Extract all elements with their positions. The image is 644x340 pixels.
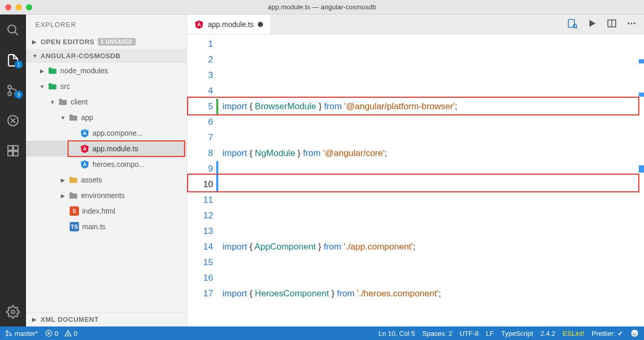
activity-search[interactable] [0,20,26,41]
activity-extensions[interactable] [0,140,26,161]
split-editor-icon[interactable] [607,18,617,31]
tree-main-ts[interactable]: TS main.ts [26,219,187,234]
status-feedback[interactable] [630,329,639,337]
status-prettier[interactable]: Prettier: ✓ [592,330,623,337]
status-spaces[interactable]: Spaces: 2 [422,330,452,337]
project-label: ANGULAR-COSMOSDB [41,52,121,60]
tree-heroes-component[interactable]: heroes.compo... [26,156,187,172]
folder-icon [48,82,57,91]
overview-ruler[interactable] [637,34,644,326]
activity-debug[interactable] [0,110,26,131]
svg-point-19 [6,331,8,333]
tree-label: environments [81,191,125,200]
svg-point-10 [11,310,15,314]
status-problems[interactable]: 0 0 [45,330,77,337]
folder-icon [69,191,78,200]
tree-app-module[interactable]: app.module.ts [26,141,187,156]
tree-node-modules[interactable]: ▶ node_modules [26,63,187,79]
more-actions-icon[interactable] [626,18,637,31]
status-branch[interactable]: master* [5,330,38,337]
tree-src[interactable]: ▼ src [26,79,187,94]
check-icon: ✓ [617,330,623,337]
chevron-down-icon: ▼ [32,53,37,59]
tree-label: heroes.compo... [93,160,144,168]
tree-label: node_modules [60,67,108,75]
status-language[interactable]: TypeScript [501,330,533,337]
tree-assets[interactable]: ▶ assets [26,172,187,188]
tree-client[interactable]: ▼ client [26,94,187,110]
tab-bar: app.module.ts [187,15,644,34]
tree-label: client [71,98,88,106]
errors-count: 0 [55,330,58,337]
folder-icon [69,175,78,185]
find-in-file-icon[interactable] [567,18,577,31]
status-eol[interactable]: LF [486,330,494,337]
angular-icon [80,128,89,138]
html-icon: 5 [70,206,79,216]
chevron-down-icon: ▼ [60,115,65,121]
svg-point-17 [630,22,632,24]
status-lncol[interactable]: Ln 10, Col 5 [378,330,415,337]
project-section[interactable]: ▼ ANGULAR-COSMOSDB [26,49,187,63]
angular-icon [194,20,204,29]
svg-point-20 [10,334,12,336]
status-ts-version[interactable]: 2.4.2 [541,330,556,337]
window-title: app.module.ts — angular-cosmosdb [0,3,644,11]
tree-label: app.module.ts [93,145,138,153]
status-encoding[interactable]: UTF-8 [459,330,479,337]
unsaved-badge: 1 UNSAVED [98,38,136,46]
open-editors-label: OPEN EDITORS [41,38,95,46]
status-eslint[interactable]: ESLint! [563,330,585,337]
activity-scm[interactable]: 9 [0,80,26,101]
open-editors-section[interactable]: ▶ OPEN EDITORS 1 UNSAVED [26,35,187,49]
diff-added-marker [216,99,218,114]
status-bar: master* 0 0 Ln 10, Col 5 Spaces: 2 UTF-8… [0,326,644,340]
code-content[interactable]: import { BrowserModule } from '@angular/… [218,34,644,326]
svg-point-16 [628,22,629,24]
svg-point-28 [633,332,634,333]
svg-rect-9 [14,151,18,156]
svg-point-27 [631,330,638,336]
chevron-right-icon: ▶ [32,317,37,322]
scm-badge: 9 [15,90,23,99]
run-icon[interactable] [587,18,597,31]
tab-app-module[interactable]: app.module.ts [187,15,271,34]
editor-area: app.module.ts 1234 5678 9101112 13141516… [187,15,644,326]
highlight-box-line10 [187,174,639,192]
tree-app-component[interactable]: app.compone... [26,125,187,141]
tree-label: src [60,82,70,90]
folder-icon [69,113,78,122]
xml-document-section[interactable]: ▶ XML DOCUMENT [26,312,187,326]
svg-line-1 [15,32,18,35]
dirty-indicator-icon [258,22,263,27]
svg-point-29 [635,332,636,333]
svg-rect-6 [8,146,12,150]
chevron-down-icon: ▼ [50,99,55,105]
activity-bar: 1 9 [0,15,26,326]
tree-label: main.ts [82,223,106,231]
explorer-badge: 1 [15,60,23,69]
angular-icon [80,160,89,169]
chevron-right-icon: ▶ [32,39,37,45]
activity-settings[interactable] [0,302,26,322]
xml-doc-label: XML DOCUMENT [41,316,99,323]
warnings-count: 0 [74,330,77,337]
ruler-mark [639,59,644,63]
svg-rect-8 [8,151,12,156]
code-editor[interactable]: 1234 5678 9101112 1314151617 import { Br… [187,34,644,326]
ruler-mark [639,93,644,97]
folder-icon [58,97,68,107]
folder-icon [48,66,57,75]
tree-environments[interactable]: ▶ environments [26,188,187,203]
tree-index-html[interactable]: 5 index.html [26,203,187,219]
chevron-right-icon: ▶ [40,68,45,74]
tree-app-folder[interactable]: ▼ app [26,110,187,125]
svg-point-4 [8,92,11,96]
sidebar-title: EXPLORER [26,15,187,35]
chevron-down-icon: ▼ [40,84,45,89]
tree-label: assets [81,176,102,184]
svg-point-2 [8,85,11,89]
branch-label: master* [15,330,38,337]
activity-explorer[interactable]: 1 [0,50,26,71]
svg-point-0 [8,25,16,33]
